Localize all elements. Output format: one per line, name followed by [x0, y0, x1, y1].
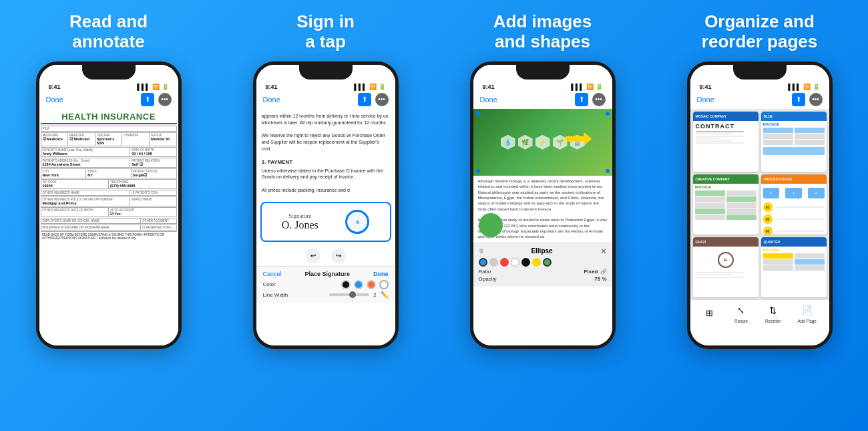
- page-thumb-contract[interactable]: MOSAIC COMPANY CONTRACT: [693, 112, 758, 172]
- num-row-3: 03: [763, 227, 825, 235]
- signature-box[interactable]: Signature O. Jones ◎: [260, 202, 391, 242]
- top-bar-3: Done ⬆ •••: [473, 92, 612, 109]
- sign-color-black[interactable]: [341, 280, 351, 289]
- phone-notch-4: [733, 65, 787, 80]
- place-signature-button[interactable]: Place Signature: [304, 271, 350, 277]
- status-icons-2: ▌▌▌ 🛜 🔋: [354, 84, 385, 90]
- status-icons-3: ▌▌▌ 🛜 🔋: [571, 84, 602, 90]
- ellipse-color-gray[interactable]: [489, 258, 498, 267]
- ellipse-panel: 🗑 Ellipse ✕ Ratio: [473, 243, 612, 287]
- sign-linewidth-slider[interactable]: [329, 293, 369, 296]
- resize-button[interactable]: ⤡ Resize: [734, 303, 748, 323]
- ellipse-color-red[interactable]: [500, 258, 509, 267]
- process-block-4: [695, 208, 725, 214]
- sign-color-blue[interactable]: [354, 280, 363, 289]
- blue-invoice-body: INVOICE: [761, 121, 827, 157]
- more-icon-3[interactable]: •••: [592, 93, 606, 106]
- top-bar-4: Done ⬆ •••: [690, 92, 829, 109]
- ellipse-color-yellow[interactable]: [532, 258, 541, 267]
- ellipse-color-green[interactable]: [543, 258, 552, 267]
- grid-view-button[interactable]: ⊞: [702, 306, 717, 321]
- more-icon-1[interactable]: •••: [158, 93, 172, 106]
- reorder-button[interactable]: ⇅ Reorder: [765, 303, 781, 323]
- status-bar-2: 9:41 ▌▌▌ 🛜 🔋: [256, 80, 395, 92]
- upload-icon-2[interactable]: ⬆: [358, 93, 371, 106]
- panel-title-4: Organize andreorder pages: [702, 12, 817, 52]
- contract-line-6: [696, 142, 744, 144]
- signal-icon: ▌▌▌: [137, 84, 150, 90]
- form-row-name: PATIENT'S NAME (Last, First, Middle) And…: [41, 147, 177, 157]
- chain-icon[interactable]: 🔗: [600, 269, 607, 275]
- sign-linewidth-control: 2 ✏️: [329, 291, 388, 299]
- sign-color-swatches[interactable]: [341, 280, 389, 289]
- page-thumb-blue-invoice[interactable]: BLUE INVOICE: [761, 112, 827, 172]
- more-icon-4[interactable]: •••: [809, 93, 823, 106]
- panel-shapes: Add imagesand shapes 9:41 ▌▌▌ 🛜 🔋 Done ⬆: [434, 0, 651, 431]
- contract-line-5: [696, 140, 732, 142]
- linewidth-icon: ✏️: [381, 291, 389, 299]
- num-row-1: 01: [763, 202, 825, 212]
- undo-button-sign[interactable]: ↩: [306, 249, 320, 263]
- ellipse-color-blue[interactable]: [479, 258, 487, 267]
- invoice-block-4: [795, 128, 825, 133]
- page-thumb-ghazi[interactable]: GHAZI G: [693, 237, 758, 297]
- upload-icon-4[interactable]: ⬆: [792, 93, 805, 106]
- selection-handle-tl[interactable]: [476, 112, 480, 116]
- wifi-icon: 🛜: [152, 84, 160, 90]
- sign-linewidth-value: 2: [373, 292, 376, 298]
- wifi-icon-3: 🛜: [586, 84, 594, 90]
- invoice-row-1: [763, 128, 825, 146]
- more-icon-2[interactable]: •••: [375, 93, 389, 106]
- sign-color-row: Color: [263, 280, 389, 289]
- ellipse-color-black[interactable]: [521, 258, 530, 267]
- done-button-2[interactable]: Done: [263, 96, 280, 104]
- page-thumb-process2[interactable]: PROCESS CHART 1 → 2 → 3: [761, 174, 827, 235]
- form-row-insurance: MEDICARE☑ Medicare MEDICAID☑ Medicaid TR…: [41, 132, 177, 146]
- battery-icon: 🔋: [162, 84, 169, 90]
- sign-linewidth-thumb[interactable]: [349, 291, 356, 298]
- process-body: INVOICE: [693, 184, 758, 223]
- invoice-block-2: [763, 134, 793, 139]
- close-ellipse-icon[interactable]: ✕: [600, 247, 607, 256]
- hex-icon-4: 🌱: [553, 135, 568, 150]
- contract-big-text: CONTRACT: [696, 123, 756, 130]
- ghazi-logo: G: [718, 252, 734, 268]
- num-line-1: [775, 206, 825, 208]
- phone-notch-2: [299, 65, 353, 80]
- redo-button-sign[interactable]: ↪: [331, 249, 346, 263]
- top-bar-1: Done ⬆ •••: [39, 92, 178, 109]
- signal-icon-3: ▌▌▌: [571, 84, 584, 90]
- signature-name: O. Jones: [282, 219, 318, 231]
- page-thumb-process[interactable]: CREATIVE COMPANY INVOICE: [693, 174, 758, 235]
- ellipse-color-white[interactable]: [511, 258, 519, 267]
- sign-doc: appears within 12 months from delivery o…: [256, 109, 395, 198]
- selection-handle-br[interactable]: [606, 169, 610, 173]
- pages-scroll[interactable]: MOSAIC COMPANY CONTRACT B: [690, 109, 829, 299]
- phone-screen-1: 9:41 ▌▌▌ 🛜 🔋 Done ⬆ ••• HEALTH INSURAN: [39, 65, 178, 345]
- selection-handle-tr[interactable]: [606, 112, 610, 116]
- phone-1: 9:41 ▌▌▌ 🛜 🔋 Done ⬆ ••• HEALTH INSURAN: [36, 61, 182, 349]
- ellipse-opacity-row: Opacity 75 %: [479, 276, 607, 282]
- done-button-sign[interactable]: Done: [373, 271, 389, 277]
- page-thumb-quarter[interactable]: QUARTER INVOICE: [761, 237, 827, 297]
- sign-color-white[interactable]: [379, 280, 389, 289]
- form-row-employer: EMPLOYER'S NAME OR SCHOOL NAME OTHER ACC…: [41, 218, 177, 224]
- green-circle-shape[interactable]: [479, 213, 503, 237]
- contract-line-2: [696, 133, 732, 134]
- cancel-button-sign[interactable]: Cancel: [263, 271, 282, 277]
- time-3: 9:41: [483, 84, 495, 90]
- done-button-4[interactable]: Done: [697, 96, 714, 104]
- phone-screen-4: 9:41 ▌▌▌ 🛜 🔋 Done ⬆ •••: [690, 65, 829, 345]
- selection-handle-bl[interactable]: [476, 169, 480, 173]
- sign-color-orange[interactable]: [367, 280, 376, 289]
- sign-text-2: We reserve the right to reject any Goods…: [262, 132, 390, 152]
- trash-icon-ellipse[interactable]: 🗑: [479, 248, 484, 254]
- upload-icon-3[interactable]: ⬆: [575, 93, 588, 106]
- ellipse-color-swatches[interactable]: [479, 258, 607, 267]
- upload-icon-1[interactable]: ⬆: [141, 93, 154, 106]
- done-button-1[interactable]: Done: [46, 96, 63, 104]
- done-button-3[interactable]: Done: [480, 96, 497, 104]
- quarter-row-1: [763, 253, 825, 271]
- add-page-button[interactable]: 📄 Add Page: [797, 303, 817, 323]
- contract-body: CONTRACT: [693, 121, 758, 147]
